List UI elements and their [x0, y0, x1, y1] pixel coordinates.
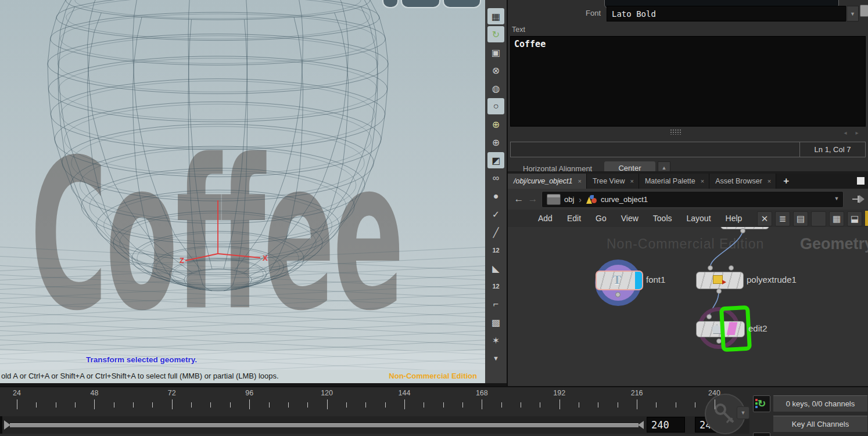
range-end-icon[interactable]: [638, 421, 644, 429]
playbar-range-track[interactable]: [10, 423, 639, 427]
new-tab-button[interactable]: +: [776, 174, 796, 189]
hide-other-objects-icon[interactable]: ∞: [487, 170, 504, 186]
pane-tab-0[interactable]: /obj/curve_object1×: [508, 174, 587, 189]
alignment-dropdown[interactable]: Center: [604, 161, 655, 171]
material-knob-icon[interactable]: ◍: [487, 80, 504, 96]
auto-key-icon: ↻: [758, 398, 766, 410]
pane-tab-3[interactable]: Asset Browser×: [709, 174, 776, 189]
pane-tab-2[interactable]: Material Palette×: [639, 174, 709, 189]
node-output-dot[interactable]: [740, 228, 745, 233]
ruler-tick: [36, 402, 37, 408]
history-back-icon[interactable]: ◂: [840, 128, 851, 136]
path-context[interactable]: obj: [564, 195, 574, 204]
node-polyextrude1[interactable]: [696, 272, 744, 289]
node-font1[interactable]: T: [596, 271, 643, 290]
menu-add[interactable]: Add: [538, 214, 553, 223]
display-flag[interactable]: [635, 272, 642, 289]
tab-close-icon[interactable]: ×: [630, 178, 633, 185]
scene-viewport[interactable]: Coffee ZX Transform selected geometry. o…: [0, 0, 485, 383]
clipboard-icon[interactable]: [860, 5, 868, 17]
frame-label: 168: [474, 389, 490, 397]
tab-close-icon[interactable]: ×: [767, 178, 771, 185]
viewport-state-button[interactable]: [401, 0, 440, 8]
headlight-icon[interactable]: ○: [487, 98, 504, 114]
text-editor-statusbar: Ln 1, Col 7: [510, 142, 866, 157]
prim-normals-icon[interactable]: ◣: [487, 260, 504, 276]
keys-summary-button[interactable]: 0 keys, 0/0 channels: [773, 395, 868, 412]
tab-close-icon[interactable]: ×: [578, 178, 581, 185]
add-light-icon[interactable]: ⊕: [487, 116, 504, 132]
pane-maximize-button[interactable]: [857, 177, 865, 185]
key-all-channels-button[interactable]: Key All Channels: [773, 416, 868, 433]
path-dropdown-button[interactable]: ▼: [832, 194, 841, 203]
node-output-dot[interactable]: [615, 292, 620, 297]
end-frame-field[interactable]: 240: [647, 417, 685, 433]
point-hook-icon[interactable]: ✓: [487, 206, 504, 222]
node-input-dot[interactable]: [708, 265, 713, 271]
auto-key-button[interactable]: ↻: [753, 395, 770, 412]
thumbnail-view-icon[interactable]: ▦: [829, 211, 844, 226]
display-textures-icon: ◩: [492, 155, 500, 166]
text-parameter-area[interactable]: Coffee: [510, 36, 866, 127]
resize-grip[interactable]: [670, 129, 681, 135]
key-options-dropdown[interactable]: ▼: [737, 406, 749, 419]
playbar-track-area[interactable]: [0, 416, 749, 434]
point-numbers-icon[interactable]: 12: [487, 242, 504, 258]
point-hook-icon: ✓: [492, 209, 500, 220]
path-node[interactable]: curve_object1: [601, 195, 648, 204]
operation-prompt: Transform selected geometry.: [86, 355, 197, 364]
ruler-tick: [637, 399, 637, 409]
alignment-value: Center: [618, 164, 641, 172]
network-canvas[interactable]: Non-Commercial Edition Geometry T font1: [508, 227, 868, 386]
ruler-tick: [598, 402, 598, 408]
node-output-dot[interactable]: [716, 289, 722, 294]
ruler-tick: [715, 399, 715, 409]
layout-windows-icon[interactable]: ⬓: [847, 211, 862, 226]
add-spotlight-icon[interactable]: ⊕: [487, 134, 504, 150]
channel-editor-button[interactable]: ~~: [753, 433, 770, 436]
node-input-dot[interactable]: [729, 265, 734, 271]
menu-tools[interactable]: Tools: [653, 214, 672, 223]
alignment-up-button[interactable]: ▲: [658, 161, 670, 171]
tools-icon[interactable]: ✕: [757, 211, 772, 226]
end-frame-value: 240: [651, 419, 669, 431]
forward-arrow-icon: →: [528, 193, 538, 205]
menu-view[interactable]: View: [621, 214, 639, 223]
ruler-tick: [17, 399, 17, 409]
pin-icon[interactable]: [852, 193, 866, 205]
font-dropdown-button[interactable]: ▼: [847, 6, 859, 21]
show-hulls-icon[interactable]: ⌐: [487, 296, 504, 312]
path-breadcrumb[interactable]: obj › curve_object1: [541, 191, 844, 208]
construction-plane-icon[interactable]: ▦: [487, 8, 504, 24]
lock-icon[interactable]: ▣: [487, 44, 504, 60]
display-normals-icon[interactable]: ✶: [487, 332, 504, 348]
palette-icon[interactable]: [811, 211, 826, 226]
menu-help[interactable]: Help: [726, 214, 743, 223]
tree-view-icon[interactable]: ≣: [775, 211, 790, 226]
list-view-icon[interactable]: ▤: [793, 211, 808, 226]
snap-rotate-icon[interactable]: ↻: [487, 26, 504, 42]
tab-close-icon[interactable]: ×: [701, 178, 704, 185]
nav-forward-button[interactable]: →: [525, 192, 540, 206]
menu-go[interactable]: Go: [596, 214, 607, 223]
light-off-icon[interactable]: ⊗: [487, 62, 504, 78]
viewport-camera-button[interactable]: [443, 0, 481, 8]
ruler-tick: [540, 402, 540, 408]
nav-back-button[interactable]: ←: [511, 192, 526, 206]
playbar-timeline: 240 240 ▼ ↻ ~~ 0 keys, 0/0 channels Key …: [0, 386, 868, 436]
node-input-dot[interactable]: [706, 314, 712, 319]
menu-layout[interactable]: Layout: [687, 214, 711, 223]
ruler-tick: [327, 399, 328, 409]
font-input[interactable]: Lato Bold: [607, 6, 846, 21]
menu-edit[interactable]: Edit: [567, 214, 581, 223]
display-textures-icon[interactable]: ◩: [487, 152, 504, 168]
toolbar-more-icon[interactable]: ▼: [487, 350, 504, 366]
history-forward-icon[interactable]: ▸: [852, 128, 862, 136]
ruler-tick: [172, 399, 173, 409]
pane-tab-1[interactable]: Tree View×: [587, 174, 639, 189]
point-trail-icon[interactable]: ╱: [487, 224, 504, 240]
show-points-icon[interactable]: ●: [487, 188, 504, 204]
group-list-icon[interactable]: ▩: [487, 314, 504, 330]
prim-numbers-icon[interactable]: 12: [487, 278, 504, 294]
font-value: Lato Bold: [612, 9, 656, 19]
